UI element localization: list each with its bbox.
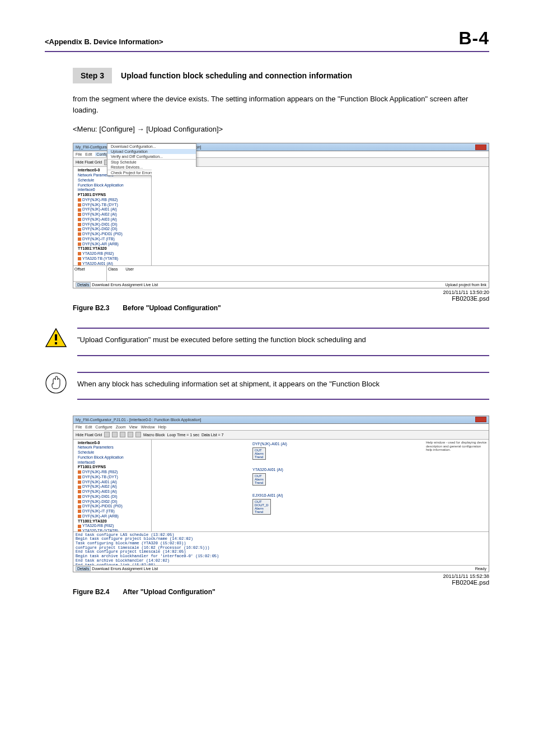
tree-node[interactable]: interface0 — [78, 460, 150, 465]
bottom-offset-col: Offset — [73, 266, 107, 281]
fig2-label: Figure B2.4 — [73, 588, 109, 596]
close-icon[interactable] — [475, 144, 486, 150]
tree-node[interactable]: Network Parameters — [78, 445, 150, 450]
toolbar-icon[interactable] — [135, 432, 141, 437]
tree-device[interactable]: FT1001:DYFNS — [78, 193, 150, 198]
fig2-stamp: FB0204E.psd — [73, 579, 489, 586]
fig2-time: 2011/11/11 15:52:38 — [73, 573, 489, 579]
tree-item: YTA320-RB (R82) — [78, 251, 150, 256]
tree-item: YTA320-TB (YTATB) — [78, 256, 150, 262]
toolbar-loop[interactable]: Loop Time = 1 sec — [167, 433, 199, 437]
tree-node[interactable]: Schedule — [78, 450, 150, 455]
tab-assignment[interactable]: Assignment — [122, 283, 143, 287]
bottom-pane: Offset Class User — [73, 265, 489, 281]
toolbar-macro[interactable]: Macro Block — [143, 433, 165, 437]
toolbar-datalist[interactable]: Data List = 7 — [202, 433, 224, 437]
tree-device[interactable]: TT1001:YTA320 — [78, 519, 150, 524]
tip-rule-top — [77, 372, 489, 373]
tree-device[interactable]: TT1001:YTA320 — [78, 246, 150, 251]
close-icon[interactable] — [475, 417, 486, 422]
status-bar: Details Download Errors Assignment Live … — [73, 281, 489, 288]
menu-view[interactable]: View — [129, 425, 138, 429]
block-title: YTA320-AI01 (AI) — [252, 468, 283, 472]
function-block[interactable]: OUT Alarm Trend — [252, 473, 266, 486]
window-body: interface0-0 Network Parameters Schedule… — [73, 167, 489, 265]
tree-root[interactable]: interface0-0 — [78, 441, 150, 446]
menu-item-verify[interactable]: Verify and Diff Configuration... — [107, 154, 196, 159]
tree-item: DYF(NJK)-IT (ITB) — [78, 509, 150, 514]
tree-node[interactable]: Function Block Application — [78, 455, 150, 460]
tree-item: DYF(NJK)-AI01 (AI) — [78, 207, 150, 212]
tree-item: DYF(NJK)-AR (ARB) — [78, 514, 150, 519]
tab-details[interactable]: Details — [76, 566, 91, 571]
tree-item: DYF(NJK)-PID01 (PID) — [78, 504, 150, 509]
screenshot-after: My_FM-Configurator_PJ1.01 - [interface0-… — [73, 416, 489, 572]
menu-item-upload[interactable]: Upload Configuration — [107, 149, 196, 154]
figure2-caption: Figure B2.4 After "Upload Configuration" — [73, 588, 489, 596]
window-toolbar: Hide Float Grid Macro Block Loop Time = … — [73, 431, 489, 440]
menu-edit[interactable]: Edit — [85, 152, 92, 156]
menu-file[interactable]: File — [76, 425, 82, 429]
fig1-stamp: FB0203E.psd — [73, 295, 489, 302]
step-title: Upload function block scheduling and con… — [121, 71, 352, 80]
tree-item: DYF(NJK)-AI02 (AI) — [78, 484, 150, 489]
page-header: <Appendix B. Device Information> B-4 — [45, 28, 489, 49]
tab-livelist[interactable]: Live List — [144, 283, 158, 287]
menu-help[interactable]: Help — [158, 425, 166, 429]
menu-window[interactable]: Window — [141, 425, 155, 429]
figure1-caption: Figure B2.3 Before "Upload Configuration… — [73, 304, 489, 312]
tree-node[interactable]: Schedule — [78, 178, 150, 183]
hide-grid-toggle[interactable]: Hide Float Grid — [76, 433, 102, 437]
tree-node[interactable]: Function Block Application — [78, 183, 150, 188]
tab-download[interactable]: Download — [92, 283, 109, 287]
tree-item: DYF(NJK)-DI02 (DI) — [78, 500, 150, 505]
window-body: interface0-0 Network Parameters Schedule… — [73, 440, 489, 531]
tab-errors[interactable]: Errors — [110, 567, 121, 571]
fig1-label: Figure B2.3 — [73, 304, 109, 312]
tab-livelist[interactable]: Live List — [144, 567, 158, 571]
tree-panel[interactable]: interface0-0 Network Parameters Schedule… — [73, 167, 152, 265]
function-block[interactable]: OUT Alarm Trend — [252, 447, 266, 460]
tree-panel[interactable]: interface0-0 Network Parameters Schedule… — [73, 440, 152, 531]
toolbar-icon[interactable] — [104, 432, 110, 437]
hand-icon — [45, 372, 67, 394]
tree-item: DYF(NJK)-TB (DYT) — [78, 203, 150, 208]
window-menubar[interactable]: File Edit Configure Zoom View Window Hel… — [73, 424, 489, 431]
tree-item: DYF(NJK)-DI02 (DI) — [78, 227, 150, 232]
function-block[interactable]: OUT DOUT_D Alarm Trend — [252, 499, 271, 515]
menu-item-download[interactable]: Download Configuration... — [107, 144, 196, 149]
window-titlebar: My_FM-Configurator_PJ1.01 - [interface0-… — [73, 416, 489, 424]
block-title: DYF(NJK)-AI01 (AI) — [252, 442, 287, 446]
tree-item: DYF(NJK)-IT (ITB) — [78, 237, 150, 242]
menu-zoom[interactable]: Zoom — [116, 425, 126, 429]
tree-item: DYF(NJK)-TB (DYT) — [78, 475, 150, 480]
menu-path-text: <Menu: [Configure] → [Upload Configurati… — [73, 124, 489, 135]
tree-item: DYF(NJK)-AR (ARB) — [78, 242, 150, 247]
menu-configure[interactable]: Configure — [95, 425, 112, 429]
tree-item: DYF(NJK)-RB (R82) — [78, 198, 150, 203]
toolbar-icon[interactable] — [120, 432, 125, 437]
tree-item: YTA320-TB (YTATB) — [78, 529, 150, 531]
tree-node[interactable]: interface0 — [78, 188, 150, 193]
header-appendix: <Appendix B. Device Information> — [45, 38, 163, 46]
tree-item: DYF(NJK)-AI03 (AI) — [78, 217, 150, 222]
toolbar-icon[interactable] — [128, 432, 133, 437]
hide-grid-toggle[interactable]: Hide Float Grid — [76, 160, 102, 164]
fig2-caption-text: After "Upload Configuration" — [123, 588, 215, 596]
tab-assignment[interactable]: Assignment — [122, 567, 143, 571]
status-text: Ready — [475, 567, 486, 571]
tree-device[interactable]: FT1001:DYFNS — [78, 465, 150, 470]
toolbar-icon[interactable] — [112, 432, 118, 437]
warning-rule-bottom — [77, 355, 489, 356]
tab-errors[interactable]: Errors — [110, 283, 121, 287]
step-label: Step 3 — [73, 68, 112, 83]
menu-item-stop[interactable]: Stop Schedule — [107, 159, 196, 165]
tree-item: DYF(NJK)-RB (R82) — [78, 470, 150, 475]
warning-icon — [45, 328, 67, 348]
tab-details[interactable]: Details — [76, 282, 91, 287]
tree-item: DYF(NJK)-PID01 (PID) — [78, 232, 150, 237]
tab-download[interactable]: Download — [92, 567, 109, 571]
menu-file[interactable]: File — [76, 152, 82, 156]
menu-edit[interactable]: Edit — [85, 425, 92, 429]
tree-item: YTA320-AI01 (AI) — [78, 262, 150, 266]
